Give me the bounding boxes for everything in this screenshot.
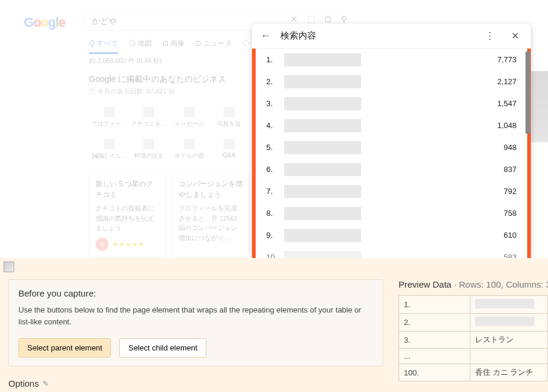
close-icon[interactable]: ✕ [508, 30, 522, 42]
redacted-text [284, 163, 361, 176]
redacted-text [284, 207, 361, 220]
list-item[interactable]: 3.1,547 [256, 93, 527, 114]
list-item[interactable]: 10.583 [256, 246, 527, 258]
biz-action-reviews[interactable]: クチコミを… [129, 107, 170, 128]
table-row[interactable]: 100.香住 カニ ランチ [399, 364, 548, 381]
preview-title: Preview Data · Rows: 100, Columns: 3 [399, 279, 548, 289]
table-row[interactable]: 1. [399, 296, 548, 314]
business-panel: Google に掲載中のあなたのビジネス ◎ 今月の表示回数: 67,421 回… [89, 74, 249, 257]
list-item[interactable]: 8.758 [256, 202, 527, 224]
pencil-icon[interactable]: ✎ [43, 380, 49, 388]
before-capture-text: Use the buttons below to find the page e… [18, 304, 373, 327]
biz-action-menu[interactable]: [編集] メニ… [89, 139, 129, 160]
scrollbar-thumb[interactable] [525, 51, 530, 134]
redacted-text [284, 251, 361, 259]
lens-icon[interactable]: ⊡ [324, 14, 332, 24]
list-item[interactable]: 9.610 [256, 224, 527, 246]
popup-title: 検索内容 [281, 30, 472, 42]
biz-action-profile[interactable]: プロフィー… [89, 107, 129, 128]
kebab-menu-icon[interactable]: ⋮ [482, 30, 498, 42]
biz-action-messages[interactable]: メッセージ [169, 107, 209, 128]
redacted-text [284, 119, 361, 132]
mic-icon[interactable]: ⬚ [307, 14, 315, 24]
biz-card-review[interactable]: 新しい 5 つ星のクチコミ クチコミの投稿者に感謝の気持ちを伝えましょう n★★… [89, 172, 166, 257]
clear-icon[interactable]: ✕ [291, 14, 298, 24]
list-item[interactable]: 5.948 [256, 136, 527, 158]
search-nav-tabs: Q すべて ◎ 地図 ⊡ 画像 ⊡ ニュース ◇ ショッピ [89, 39, 280, 54]
redacted-text [475, 299, 534, 308]
list-item[interactable]: 7.792 [256, 180, 527, 202]
preview-table: 1. 2. 3.レストラン ... 100.香住 カニ ランチ [399, 295, 548, 381]
select-child-button[interactable]: Select child element [119, 338, 206, 358]
redacted-text [284, 185, 361, 198]
biz-action-qa[interactable]: Q&A [209, 139, 250, 160]
tab-news[interactable]: ⊡ ニュース [195, 39, 231, 54]
redacted-text [284, 97, 361, 110]
list-item[interactable]: 4.1,048 [256, 114, 527, 136]
map-pin-icon: ⬤ [533, 71, 543, 82]
tab-maps[interactable]: ◎ 地図 [129, 39, 152, 54]
redacted-text [284, 75, 361, 88]
business-subtitle: ◎ 今月の表示回数: 67,421 回 [89, 87, 249, 96]
biz-action-order[interactable]: 料理の注文 [129, 139, 170, 160]
avatar: n [95, 238, 109, 251]
biz-card-conversion[interactable]: コンバージョンを増やしましょう プロフィールを完成させると、月 12561 回の… [172, 172, 249, 257]
scraper-panel: Before you capture: Use the buttons belo… [0, 258, 548, 392]
before-capture-title: Before you capture: [18, 288, 373, 298]
list-item[interactable]: 1.7,773 [256, 49, 527, 71]
redacted-text [284, 229, 361, 242]
search-content-popup: ← 検索内容 ⋮ ✕ 1.7,773 2.2,127 3.1,547 4.1,0… [252, 24, 531, 258]
sheet-icon[interactable] [4, 262, 14, 272]
google-logo: Google [24, 15, 65, 30]
options-heading[interactable]: Options✎ [8, 378, 383, 388]
before-capture-box: Before you capture: Use the buttons belo… [8, 279, 383, 366]
biz-action-hotel[interactable]: ホテルの宿 [169, 139, 209, 160]
back-arrow-icon[interactable]: ← [260, 30, 271, 42]
result-count: 約 2,050,000 件 (0.49 秒) [89, 56, 162, 65]
tab-images[interactable]: ⊡ 画像 [163, 39, 184, 54]
list-item[interactable]: 2.2,127 [256, 71, 527, 93]
biz-action-photos[interactable]: 写真を追 [209, 107, 250, 128]
search-icon[interactable]: ⚲ [341, 14, 347, 24]
table-row[interactable]: 3.レストラン [399, 332, 548, 349]
select-parent-button[interactable]: Select parent element [18, 338, 111, 358]
tab-all[interactable]: Q すべて [89, 39, 118, 54]
star-rating: ★★★★★ [112, 239, 145, 250]
redacted-text [475, 317, 534, 326]
redacted-text [284, 141, 361, 154]
redacted-text [284, 53, 361, 66]
popup-result-list[interactable]: 1.7,773 2.2,127 3.1,547 4.1,048 5.948 6.… [256, 49, 527, 258]
list-item[interactable]: 6.837 [256, 158, 527, 180]
knowledge-panel-image [530, 71, 548, 142]
business-title: Google に掲載中のあなたのビジネス [89, 74, 249, 85]
table-row[interactable]: ... [399, 349, 548, 364]
table-row[interactable]: 2. [399, 314, 548, 332]
